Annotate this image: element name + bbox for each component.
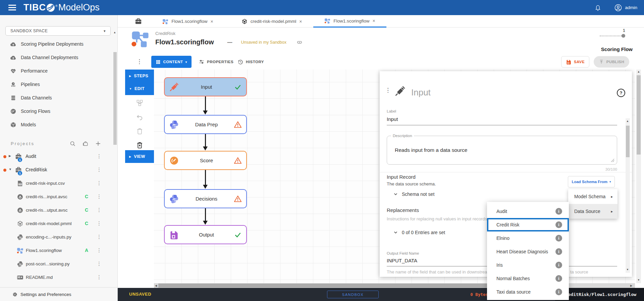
description-field[interactable]: Description Reads input from a data sour…	[387, 134, 617, 165]
row-menu-icon[interactable]	[97, 274, 102, 280]
sidebar-nav-item[interactable]: Performance	[0, 64, 113, 78]
row-menu-icon[interactable]	[97, 247, 102, 253]
output-field-value[interactable]: INPUT_DATA	[387, 258, 417, 263]
sidebar-nav-item[interactable]: Scoring Pipeline Deployments	[0, 37, 113, 51]
project-group-row[interactable]: ▼ 1 CreditRisk	[0, 163, 113, 177]
sidebar-nav-item[interactable]: Models	[0, 118, 113, 131]
project-file-row[interactable]: credit-ris...utput.avsc C	[0, 204, 113, 217]
tab-close-icon[interactable]	[211, 19, 213, 24]
schema-menu-item[interactable]: Model Schema	[568, 189, 618, 204]
content-tab-button[interactable]: CONTENT ▾	[151, 56, 192, 68]
info-icon[interactable]	[555, 221, 562, 228]
sidebar-nav-item[interactable]: Data Channels	[0, 91, 113, 104]
row-menu-icon[interactable]	[97, 180, 102, 186]
tree-caret-icon[interactable]: ▼	[9, 168, 12, 171]
tab-close-icon[interactable]	[299, 19, 302, 24]
scroll-up-icon[interactable]: ▲	[637, 70, 640, 73]
flow-node[interactable]: Decisions	[164, 189, 247, 208]
publish-button[interactable]: PUBLISH	[594, 56, 629, 68]
flow-node[interactable]: Data Prep	[164, 115, 247, 134]
editor-tab[interactable]: Flow1.scoringflow	[156, 15, 220, 28]
history-tab-button[interactable]: HISTORY	[237, 56, 264, 68]
project-group-row[interactable]: ▶ 1 Audit	[0, 150, 113, 163]
save-button[interactable]: SAVE	[561, 56, 589, 68]
link-icon[interactable]	[295, 39, 304, 46]
schema-menu-item[interactable]: Data Source	[568, 204, 618, 219]
settings-button[interactable]: Settings and Preferences	[0, 287, 117, 301]
row-menu-icon[interactable]	[97, 207, 102, 213]
csv-icon: CSV	[17, 180, 23, 187]
tree-caret-icon[interactable]: ▶	[9, 154, 11, 158]
resize-handle-icon[interactable]	[611, 159, 614, 162]
scroll-right-icon[interactable]: ▶	[630, 284, 632, 287]
steps-panel-header[interactable]: ▶ STEPS	[125, 70, 154, 82]
trash-icon[interactable]	[136, 127, 144, 135]
info-icon[interactable]	[555, 262, 562, 268]
project-file-row[interactable]: encoding-c...-inputs.py	[0, 230, 113, 244]
sidebar-nav-item[interactable]: Scoring Flows	[0, 104, 113, 118]
add-project-icon[interactable]	[95, 140, 101, 147]
toolbar-menu-icon[interactable]	[137, 58, 142, 65]
data-source-item[interactable]: Credit Risk	[487, 218, 569, 231]
row-menu-icon[interactable]	[97, 220, 102, 226]
scroll-up-icon[interactable]: ▲	[626, 120, 629, 123]
editor-tab[interactable]: Flow1.scoringflow	[313, 15, 386, 28]
load-schema-button[interactable]: Load Schema From ▾	[568, 176, 615, 187]
sidebar-nav-item[interactable]: Data Channel Deployments	[0, 51, 113, 64]
project-file-row[interactable]: credit-risk-model.pmml C	[0, 217, 113, 230]
user-menu[interactable]: admin	[614, 4, 637, 12]
project-file-row[interactable]: credit-ris...input.avsc C	[0, 190, 113, 204]
space-selector[interactable]: SANDBOX SPACE ▾	[5, 26, 111, 36]
row-menu-icon[interactable]	[97, 153, 102, 159]
panel-scrollbar[interactable]: ▲ ▼	[626, 118, 630, 273]
info-icon[interactable]	[555, 275, 562, 282]
notifications-icon[interactable]	[594, 4, 601, 11]
data-source-item[interactable]: Heart Disease Diagnosis	[487, 245, 569, 258]
project-file-row[interactable]: README.md	[0, 271, 113, 284]
info-icon[interactable]	[555, 289, 562, 295]
flow-node[interactable]: Output	[164, 225, 247, 244]
replacements-expander[interactable]: 0 of 0 Entries are set	[392, 229, 445, 235]
canvas-v-scrollbar[interactable]: ▲ ▼	[636, 70, 641, 283]
scroll-up-icon[interactable]: ▲	[113, 31, 116, 34]
import-project-icon[interactable]	[82, 140, 89, 147]
row-menu-icon[interactable]	[97, 234, 102, 240]
menu-icon[interactable]	[8, 5, 16, 10]
trash-x-icon[interactable]	[136, 141, 144, 149]
data-source-item[interactable]: Iris	[487, 258, 569, 272]
flow-node[interactable]: Score	[164, 151, 247, 170]
info-icon[interactable]	[555, 235, 562, 242]
project-file-row[interactable]: Flow1.scoringflow A	[0, 244, 113, 257]
scroll-left-icon[interactable]: ◀	[155, 284, 157, 287]
properties-tab-button[interactable]: PROPERTIES	[199, 56, 233, 68]
label-field-value[interactable]: Input	[387, 116, 398, 122]
editor-tab[interactable]: credit-risk-model.pmml	[235, 15, 309, 28]
sidebar-scrollbar[interactable]: ▲ ▼	[113, 30, 117, 299]
info-icon[interactable]	[555, 248, 562, 255]
panel-menu-icon[interactable]	[385, 87, 391, 94]
view-panel-header[interactable]: ▶ VIEW	[125, 150, 154, 163]
undo-icon[interactable]	[136, 113, 144, 121]
scroll-down-icon[interactable]: ▼	[637, 278, 640, 282]
row-menu-icon[interactable]	[97, 261, 102, 267]
environment-badge[interactable]: SANDBOX	[327, 291, 379, 298]
version-dot-icon[interactable]	[622, 34, 625, 38]
info-icon[interactable]	[555, 208, 562, 215]
subflow-icon[interactable]	[136, 99, 144, 107]
project-file-row[interactable]: CSV credit-risk-input.csv	[0, 177, 113, 190]
flow-node[interactable]: Input	[164, 77, 247, 96]
row-menu-icon[interactable]	[97, 167, 102, 173]
sidebar-nav-item[interactable]: Pipelines	[0, 78, 113, 91]
search-icon[interactable]	[69, 140, 76, 147]
data-source-item[interactable]: Elnino	[487, 231, 569, 245]
help-icon[interactable]	[617, 89, 625, 97]
data-source-item[interactable]: Normal Batches	[487, 272, 569, 285]
project-file-row[interactable]: post-scori...sioning.py	[0, 257, 113, 271]
data-source-item[interactable]: Taxi data source	[487, 285, 569, 299]
row-menu-icon[interactable]	[97, 194, 102, 200]
data-source-item[interactable]: Audit	[487, 205, 569, 218]
scroll-down-icon[interactable]: ▼	[626, 268, 629, 271]
edit-panel-header[interactable]: ▼ EDIT	[125, 82, 154, 95]
tab-close-icon[interactable]	[373, 18, 375, 24]
schema-expander[interactable]: Schema not set	[392, 191, 434, 197]
